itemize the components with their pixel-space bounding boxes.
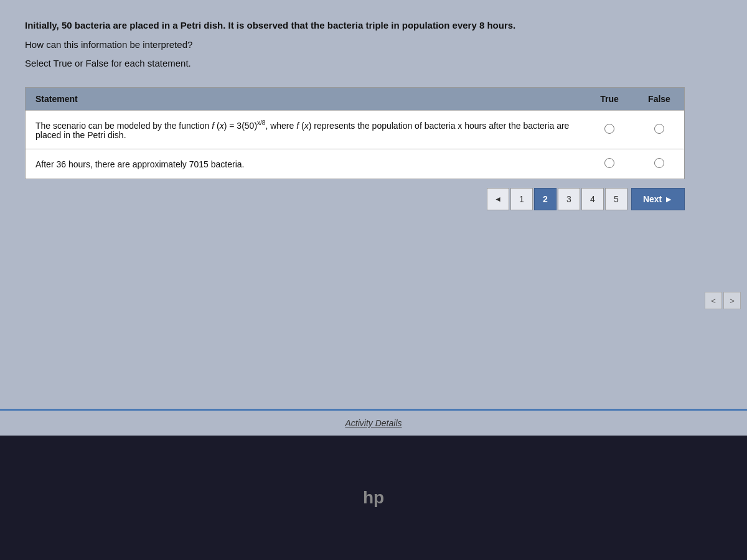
intro-line3: Select True or False for each statement.: [25, 57, 722, 71]
pagination: ◄ 1 2 3 4 5 Next ►: [487, 188, 685, 210]
col-header-statement: Statement: [26, 88, 585, 111]
side-next-button[interactable]: >: [723, 292, 741, 309]
statement-table: Statement True False The scenario can be…: [25, 87, 685, 180]
page-5-button[interactable]: 5: [605, 188, 627, 210]
prev-page-button[interactable]: ◄: [487, 188, 509, 210]
page-1-button[interactable]: 1: [510, 188, 533, 210]
intro-line2: How can this information be interpreted?: [25, 38, 722, 52]
statement-2-false-radio-cell: [634, 149, 684, 179]
statement-1-false-radio-cell: [634, 110, 684, 149]
side-nav-arrows: < >: [705, 292, 741, 309]
next-button[interactable]: Next ►: [631, 188, 685, 210]
page-3-button[interactable]: 3: [558, 188, 580, 210]
page-2-button[interactable]: 2: [534, 188, 557, 210]
pagination-container: ◄ 1 2 3 4 5 Next ►: [25, 179, 685, 210]
statement-2-true-radio-cell: [585, 149, 634, 179]
col-header-true: True: [585, 88, 634, 111]
statement-1-true-radio-cell: [585, 110, 634, 149]
statement-2-text: After 36 hours, there are approximately …: [26, 149, 585, 179]
statement-2-false-radio[interactable]: [654, 158, 664, 168]
intro-line1: Initially, 50 bacteria are placed in a P…: [25, 19, 722, 33]
hp-logo: hp: [363, 488, 384, 508]
page-4-button[interactable]: 4: [581, 188, 604, 210]
col-header-false: False: [634, 88, 684, 111]
statement-1-false-radio[interactable]: [654, 124, 664, 134]
footer: Activity Details: [0, 409, 747, 436]
statement-2-true-radio[interactable]: [604, 158, 614, 168]
table-row: The scenario can be modeled by the funct…: [26, 110, 684, 149]
activity-details-link[interactable]: Activity Details: [345, 418, 402, 428]
side-prev-button[interactable]: <: [705, 292, 722, 309]
table-row: After 36 hours, there are approximately …: [26, 149, 684, 179]
statement-1-text: The scenario can be modeled by the funct…: [26, 110, 585, 149]
dark-bottom-bar: hp: [0, 436, 747, 560]
statement-1-true-radio[interactable]: [604, 124, 614, 134]
